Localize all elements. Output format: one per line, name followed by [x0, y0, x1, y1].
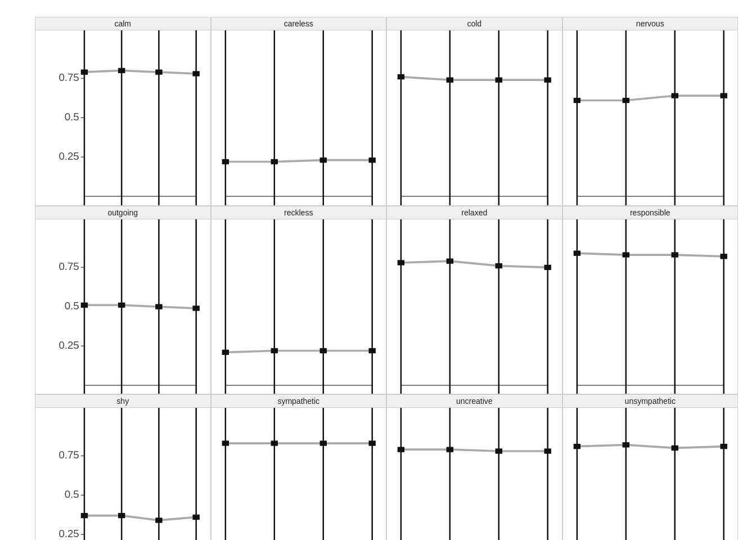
panel-title-outgoing: outgoing — [35, 206, 210, 219]
panel-body-sympathetic — [212, 408, 386, 540]
svg-text:0.25: 0.25 — [58, 528, 79, 539]
svg-rect-185 — [222, 440, 228, 446]
panel-title-calm: calm — [35, 17, 210, 30]
panel-unsympathetic: unsympathetic — [562, 394, 739, 540]
panel-title-responsible: responsible — [563, 206, 738, 219]
svg-rect-233 — [720, 444, 727, 449]
chart-container: calm0.250.50.75carelesscoldnervousoutgoi… — [12, 11, 744, 529]
panel-nervous: nervous — [562, 17, 739, 206]
panel-reckless: reckless — [211, 206, 387, 395]
svg-rect-77 — [720, 93, 727, 98]
svg-rect-207 — [447, 447, 453, 452]
svg-rect-151 — [671, 252, 678, 257]
svg-rect-175 — [155, 518, 162, 523]
svg-rect-107 — [222, 349, 228, 354]
panel-calm: calm0.250.50.75 — [35, 17, 211, 206]
svg-rect-47 — [398, 74, 404, 79]
panel-body-nervous — [563, 30, 738, 205]
panel-sympathetic: sympathetic — [211, 394, 387, 540]
panel-title-cold: cold — [387, 17, 562, 30]
svg-text:0.75: 0.75 — [58, 260, 79, 272]
svg-rect-189 — [271, 440, 277, 446]
svg-rect-129 — [447, 258, 453, 263]
svg-rect-215 — [544, 448, 551, 453]
svg-rect-33 — [271, 159, 277, 164]
svg-rect-69 — [622, 98, 629, 103]
svg-rect-55 — [496, 78, 502, 83]
svg-rect-97 — [155, 304, 162, 309]
panel-body-relaxed — [387, 219, 562, 394]
panel-title-reckless: reckless — [212, 206, 386, 219]
panel-title-unsympathetic: unsympathetic — [563, 395, 738, 408]
svg-rect-143 — [573, 250, 580, 255]
svg-rect-193 — [320, 440, 326, 446]
svg-rect-11 — [81, 70, 88, 75]
svg-rect-197 — [368, 440, 375, 446]
panel-title-nervous: nervous — [563, 17, 738, 30]
svg-rect-41 — [368, 158, 375, 163]
panel-title-relaxed: relaxed — [387, 206, 562, 219]
panel-body-calm: 0.250.50.75 — [35, 30, 210, 205]
svg-rect-133 — [496, 263, 502, 268]
panel-body-shy: 0.250.50.75 — [35, 408, 210, 540]
panel-body-careless — [212, 30, 386, 205]
panel-body-unsympathetic — [563, 408, 738, 540]
svg-rect-119 — [368, 348, 375, 353]
svg-rect-171 — [118, 513, 125, 518]
panel-body-uncreative — [387, 408, 562, 540]
grid-area: calm0.250.50.75carelesscoldnervousoutgoi… — [29, 11, 744, 529]
panel-relaxed: relaxed — [386, 206, 562, 395]
panel-careless: careless — [211, 17, 387, 206]
svg-rect-221 — [573, 444, 580, 449]
svg-rect-23 — [192, 71, 199, 76]
svg-text:0.5: 0.5 — [65, 488, 79, 500]
svg-rect-225 — [622, 442, 629, 447]
svg-text:0.75: 0.75 — [58, 449, 79, 461]
svg-rect-167 — [81, 513, 88, 518]
svg-rect-15 — [118, 68, 125, 73]
svg-rect-137 — [544, 264, 551, 269]
svg-rect-179 — [192, 515, 199, 520]
svg-rect-89 — [81, 302, 88, 307]
panel-body-outgoing: 0.250.50.75 — [35, 219, 210, 394]
panel-title-shy: shy — [35, 395, 210, 408]
svg-rect-19 — [155, 70, 162, 75]
svg-rect-125 — [398, 260, 404, 265]
svg-rect-101 — [192, 305, 199, 310]
y-axis-label — [12, 11, 29, 529]
panel-uncreative: uncreative — [386, 394, 562, 540]
svg-rect-37 — [320, 158, 326, 163]
panel-body-cold — [387, 30, 562, 205]
panel-responsible: responsible — [562, 206, 739, 395]
svg-text:0.25: 0.25 — [58, 150, 79, 162]
svg-rect-73 — [671, 93, 678, 98]
svg-rect-229 — [671, 446, 678, 451]
svg-rect-59 — [544, 78, 551, 83]
svg-rect-93 — [118, 302, 125, 307]
svg-text:0.75: 0.75 — [58, 71, 79, 83]
panel-cold: cold — [386, 17, 562, 206]
svg-rect-51 — [447, 78, 453, 83]
svg-text:0.25: 0.25 — [58, 339, 79, 350]
svg-rect-211 — [496, 448, 502, 453]
svg-text:0.5: 0.5 — [65, 299, 79, 311]
panel-title-careless: careless — [212, 17, 386, 30]
panel-title-sympathetic: sympathetic — [212, 395, 386, 408]
panel-title-uncreative: uncreative — [387, 395, 562, 408]
svg-text:0.5: 0.5 — [65, 111, 79, 123]
svg-rect-111 — [271, 348, 277, 353]
svg-rect-29 — [222, 159, 228, 164]
panel-outgoing: outgoing0.250.50.75 — [35, 206, 211, 395]
panel-body-responsible — [563, 219, 738, 394]
svg-rect-155 — [720, 254, 727, 259]
svg-rect-147 — [622, 252, 629, 257]
panel-shy: shy0.250.50.75 — [35, 394, 211, 540]
svg-rect-65 — [573, 98, 580, 103]
svg-rect-203 — [398, 447, 404, 452]
panel-body-reckless — [212, 219, 386, 394]
svg-rect-115 — [320, 348, 326, 353]
